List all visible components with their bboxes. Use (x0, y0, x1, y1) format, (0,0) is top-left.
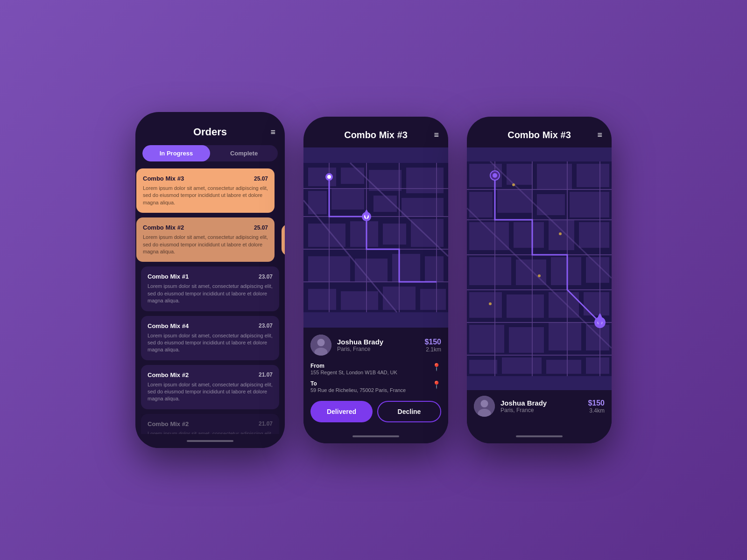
tab-complete[interactable]: Complete (210, 145, 278, 161)
to-label: To 59 Rue de Richelieu, 75002 Paris, Fra… (310, 380, 406, 394)
person-price: $150 2.1km (424, 338, 441, 353)
svg-rect-11 (383, 224, 406, 245)
home-indicator-3 (516, 435, 563, 437)
svg-point-83 (512, 183, 515, 186)
order-name-6: Combo Mix #2 (148, 420, 189, 427)
phone-map-delivery: Combo Mix #3 ≡ (303, 117, 448, 443)
order-name-3: Combo Mix #1 (148, 273, 189, 280)
person-row: Joshua Brady Paris, France $150 2.1km (310, 335, 441, 356)
avatar (310, 335, 331, 356)
svg-rect-3 (369, 170, 402, 191)
map-title-3: Combo Mix #3 (507, 130, 571, 140)
svg-point-36 (317, 339, 325, 346)
svg-rect-42 (577, 164, 609, 187)
order-time-2: 25.07 (254, 224, 268, 231)
svg-rect-16 (425, 256, 444, 282)
person-price-3: $150 3.4km (588, 399, 605, 414)
menu-icon[interactable]: ≡ (270, 127, 275, 137)
svg-rect-53 (551, 257, 581, 285)
svg-rect-61 (549, 322, 581, 350)
map-header: Combo Mix #3 ≡ (303, 117, 448, 147)
svg-point-32 (327, 175, 331, 179)
order-card-4[interactable]: Combo Mix #4 23.07 Lorem ipsum dolor sit… (141, 316, 279, 360)
svg-rect-56 (507, 294, 544, 318)
order-card-2[interactable]: Combo Mix #2 25.07 Lorem ipsum dolor sit… (136, 217, 275, 262)
svg-point-80 (493, 173, 497, 178)
order-desc-6: Lorem ipsum dolor sit amet, consectetur … (148, 430, 273, 434)
svg-rect-10 (350, 221, 378, 247)
map-menu-icon[interactable]: ≡ (434, 130, 439, 140)
to-pin-icon: 📍 (432, 380, 441, 389)
person-name-3: Joshua Brady (500, 399, 547, 407)
svg-rect-63 (469, 360, 497, 374)
svg-rect-4 (406, 168, 444, 193)
svg-rect-51 (469, 257, 511, 285)
delivery-info: Joshua Brady Paris, France $150 2.1km Fr… (303, 328, 448, 429)
order-time-1: 25.07 (254, 175, 268, 182)
order-name-5: Combo Mix #2 (148, 371, 189, 378)
svg-rect-54 (586, 257, 609, 283)
svg-point-86 (489, 302, 492, 305)
order-time-6: 21.07 (259, 420, 273, 427)
svg-rect-5 (308, 191, 327, 214)
tab-in-progress[interactable]: In Progress (142, 145, 210, 161)
svg-rect-64 (502, 357, 542, 374)
delete-button[interactable]: 🗑 Delete (282, 224, 285, 255)
svg-rect-20 (420, 289, 446, 310)
order-card-5[interactable]: Combo Mix #2 21.07 Lorem ipsum dolor sit… (141, 365, 279, 409)
svg-rect-58 (584, 292, 609, 315)
person-location: Paris, France (337, 346, 383, 352)
order-card-3[interactable]: Combo Mix #1 23.07 Lorem ipsum dolor sit… (141, 266, 279, 311)
avatar-image (310, 335, 331, 356)
svg-rect-17 (308, 289, 336, 310)
from-label: From 155 Regent St, London W1B 4AD, UK (310, 363, 397, 376)
svg-rect-14 (355, 259, 388, 282)
order-card-1[interactable]: Combo Mix #3 25.07 Lorem ipsum dolor sit… (136, 168, 275, 213)
svg-rect-12 (411, 219, 444, 247)
svg-rect-47 (469, 222, 509, 250)
price-amount-3: $150 (588, 399, 605, 407)
person-row-3: Joshua Brady Paris, France $150 3.4km (474, 396, 605, 417)
svg-rect-50 (579, 222, 609, 248)
order-2-wrapper: Combo Mix #2 25.07 Lorem ipsum dolor sit… (141, 217, 279, 262)
order-name-2: Combo Mix #2 (143, 224, 184, 231)
tab-bar: In Progress Complete (142, 145, 278, 161)
bottom-bar (135, 434, 285, 448)
order-desc-5: Lorem ipsum dolor sit amet, consectetur … (148, 381, 273, 403)
orders-list: Combo Mix #3 25.07 Lorem ipsum dolor sit… (135, 168, 285, 434)
home-indicator-2 (352, 435, 399, 437)
svg-rect-46 (570, 192, 609, 217)
person-name: Joshua Brady (337, 338, 383, 346)
delivered-button[interactable]: Delivered (310, 401, 373, 422)
map-title: Combo Mix #3 (344, 130, 408, 140)
map-menu-icon-3[interactable]: ≡ (597, 130, 602, 140)
from-address: 155 Regent St, London W1B 4AD, UK (310, 369, 397, 376)
bottom-bar-2 (303, 429, 448, 443)
person-details-3: Joshua Brady Paris, France (500, 399, 547, 413)
order-name-1: Combo Mix #3 (143, 175, 184, 182)
orders-title: Orders (193, 126, 227, 138)
map-area-3 (467, 147, 612, 390)
svg-rect-15 (392, 254, 420, 282)
map-header-3: Combo Mix #3 ≡ (467, 117, 612, 147)
order-desc-4: Lorem ipsum dolor sit amet, consectetur … (148, 332, 273, 354)
decline-button[interactable]: Decline (377, 401, 441, 422)
svg-rect-66 (586, 357, 609, 374)
price-distance: 2.1km (424, 346, 441, 353)
order-desc-2: Lorem ipsum dolor sit amet, consectetur … (143, 234, 268, 255)
svg-rect-18 (341, 291, 378, 310)
person-details: Joshua Brady Paris, France (337, 338, 383, 352)
from-pin-icon: 📍 (432, 363, 441, 371)
to-item: To 59 Rue de Richelieu, 75002 Paris, Fra… (310, 380, 441, 394)
to-address: 59 Rue de Richelieu, 75002 Paris, France (310, 387, 406, 394)
from-item: From 155 Regent St, London W1B 4AD, UK 📍 (310, 363, 441, 376)
svg-rect-49 (549, 220, 574, 250)
order-card-6[interactable]: Combo Mix #2 21.07 Lorem ipsum dolor sit… (141, 414, 279, 434)
svg-point-85 (538, 274, 541, 277)
order-name-4: Combo Mix #4 (148, 322, 189, 329)
home-indicator (187, 440, 233, 442)
order-time-3: 23.07 (259, 273, 273, 280)
price-amount: $150 (424, 338, 441, 346)
person-location-3: Paris, France (500, 407, 547, 413)
map-area (303, 147, 448, 328)
